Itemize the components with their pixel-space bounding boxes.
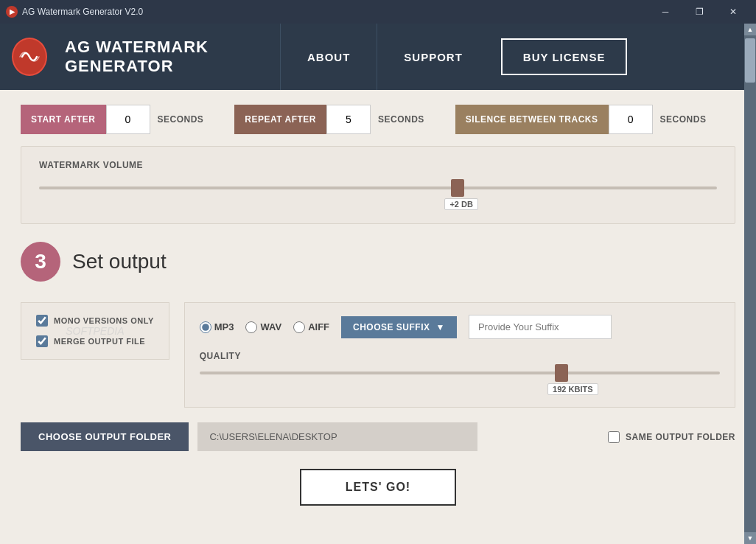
repeat-after-input[interactable] bbox=[326, 105, 371, 134]
nav-app-name: AG WATERMARK GENERATOR bbox=[59, 38, 280, 76]
repeat-after-unit: SECONDS bbox=[371, 114, 432, 125]
controls-row: START AFTER SECONDS REPEAT AFTER SECONDS… bbox=[21, 105, 735, 134]
watermark-volume-label: WATERMARK VOLUME bbox=[39, 160, 717, 170]
format-panel: MP3 WAV AIFF CHOOSE SUFFIX ▼ bbox=[184, 302, 735, 408]
choose-suffix-button[interactable]: CHOOSE SUFFIX ▼ bbox=[341, 316, 457, 338]
silence-between-input[interactable] bbox=[609, 105, 653, 134]
scrollbar: ▲ ▼ bbox=[744, 24, 756, 544]
repeat-after-group: REPEAT AFTER SECONDS bbox=[234, 105, 432, 134]
title-bar: ▶ AG Watermark Generator V2.0 ─ ❐ ✕ bbox=[0, 0, 756, 24]
nav-logo bbox=[0, 24, 59, 90]
go-button-row: LETS' GO! bbox=[21, 469, 735, 506]
nav-links: ABOUT SUPPORT BUY LICENSE bbox=[280, 24, 639, 90]
quality-slider[interactable] bbox=[200, 372, 720, 374]
scroll-thumb[interactable] bbox=[745, 38, 755, 83]
repeat-after-label: REPEAT AFTER bbox=[234, 105, 326, 134]
step3-title: Set output bbox=[72, 250, 167, 273]
step3-circle: 3 bbox=[21, 242, 60, 282]
suffix-input[interactable] bbox=[469, 315, 612, 339]
step3-header: 3 Set output bbox=[21, 242, 735, 282]
wav-radio[interactable] bbox=[245, 321, 257, 333]
nav-support[interactable]: SUPPORT bbox=[377, 24, 489, 90]
format-row: MP3 WAV AIFF CHOOSE SUFFIX ▼ bbox=[200, 315, 720, 339]
aiff-radio-group[interactable]: AIFF bbox=[293, 321, 329, 333]
scroll-up-arrow[interactable]: ▲ bbox=[744, 24, 756, 35]
aiff-label: AIFF bbox=[308, 321, 329, 332]
start-after-input[interactable] bbox=[106, 105, 150, 134]
watermark-volume-section: WATERMARK VOLUME +2 DB bbox=[21, 146, 735, 224]
choose-suffix-label: CHOOSE SUFFIX bbox=[353, 322, 430, 332]
folder-path-input[interactable] bbox=[197, 422, 477, 451]
quality-value: 192 KBITS bbox=[547, 383, 598, 395]
checkboxes-panel: MONO VERSIONS ONLY SOFTPEDIA MERGE OUTPU… bbox=[21, 302, 169, 360]
suffix-dropdown-arrow: ▼ bbox=[436, 322, 445, 332]
scroll-down-arrow[interactable]: ▼ bbox=[744, 532, 756, 544]
logo-circle bbox=[12, 38, 47, 76]
mp3-label: MP3 bbox=[214, 321, 234, 332]
window-controls: ─ ❐ ✕ bbox=[648, 0, 750, 24]
silence-between-label: SILENCE BETWEEN TRACKS bbox=[455, 105, 609, 134]
window-title: AG Watermark Generator V2.0 bbox=[22, 7, 143, 17]
start-after-label: START AFTER bbox=[21, 105, 106, 134]
quality-row: QUALITY 192 KBITS bbox=[200, 351, 720, 395]
aiff-radio[interactable] bbox=[293, 321, 305, 333]
mp3-radio[interactable] bbox=[200, 321, 211, 333]
silence-between-unit: SECONDS bbox=[653, 114, 714, 125]
quality-slider-container: 192 KBITS bbox=[200, 364, 720, 395]
mp3-radio-group[interactable]: MP3 bbox=[200, 321, 234, 333]
minimize-button[interactable]: ─ bbox=[648, 0, 682, 24]
app-icon: ▶ bbox=[6, 6, 18, 18]
same-folder-row: SAME OUTPUT FOLDER bbox=[608, 431, 735, 443]
merge-output-checkbox[interactable] bbox=[36, 335, 48, 347]
folder-row: CHOOSE OUTPUT FOLDER SAME OUTPUT FOLDER bbox=[21, 422, 735, 451]
merge-output-label: MERGE OUTPUT FILE bbox=[54, 337, 145, 346]
watermark-volume-value: +2 DB bbox=[444, 198, 478, 210]
main-content: START AFTER SECONDS REPEAT AFTER SECONDS… bbox=[0, 90, 756, 544]
wav-label: WAV bbox=[260, 321, 281, 332]
restore-button[interactable]: ❐ bbox=[682, 0, 716, 24]
wav-radio-group[interactable]: WAV bbox=[245, 321, 281, 333]
start-after-group: START AFTER SECONDS bbox=[21, 105, 211, 134]
nav-bar: AG WATERMARK GENERATOR ABOUT SUPPORT BUY… bbox=[0, 24, 756, 90]
mono-versions-label: MONO VERSIONS ONLY bbox=[54, 316, 154, 325]
start-after-unit: SECONDS bbox=[150, 114, 211, 125]
nav-about[interactable]: ABOUT bbox=[280, 24, 377, 90]
mono-versions-checkbox[interactable] bbox=[36, 315, 48, 327]
nav-buy-license[interactable]: BUY LICENSE bbox=[501, 38, 628, 75]
choose-output-folder-button[interactable]: CHOOSE OUTPUT FOLDER bbox=[21, 422, 189, 451]
watermark-volume-container: +2 DB bbox=[39, 179, 717, 210]
lets-go-button[interactable]: LETS' GO! bbox=[300, 469, 456, 506]
app-window: AG WATERMARK GENERATOR ABOUT SUPPORT BUY… bbox=[0, 24, 756, 544]
merge-output-row[interactable]: MERGE OUTPUT FILE bbox=[36, 335, 154, 347]
mono-versions-row[interactable]: MONO VERSIONS ONLY bbox=[36, 315, 154, 327]
silence-between-group: SILENCE BETWEEN TRACKS SECONDS bbox=[455, 105, 714, 134]
output-settings: MONO VERSIONS ONLY SOFTPEDIA MERGE OUTPU… bbox=[21, 302, 735, 408]
same-output-folder-label: SAME OUTPUT FOLDER bbox=[626, 432, 735, 442]
same-output-folder-checkbox[interactable] bbox=[608, 431, 620, 443]
watermark-volume-slider[interactable] bbox=[39, 186, 717, 189]
close-button[interactable]: ✕ bbox=[716, 0, 750, 24]
quality-label: QUALITY bbox=[200, 351, 720, 361]
